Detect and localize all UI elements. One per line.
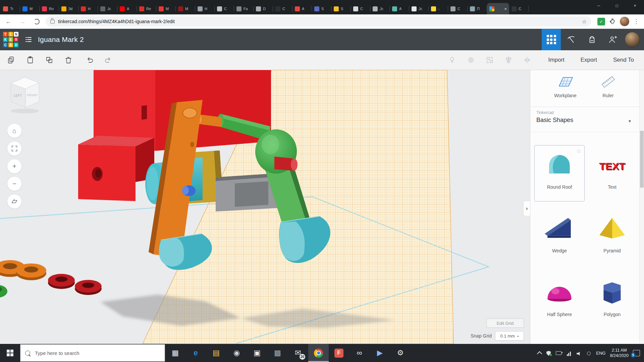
refresh-button[interactable] — [31, 16, 42, 27]
shape-tile-wedge[interactable]: Wedge — [534, 209, 585, 265]
extensions-puzzle-icon[interactable] — [609, 18, 616, 25]
obs-app-icon[interactable]: ∞ — [349, 344, 370, 362]
tray-expand-icon[interactable] — [537, 351, 542, 356]
edge-taskbar-icon[interactable]: e — [185, 344, 206, 362]
ring-parts[interactable] — [0, 260, 102, 298]
settings-icon[interactable]: ⚙ — [390, 344, 411, 362]
address-bar[interactable]: tinkercad.com/things/4MZ4Ka4hDd1-iguana-… — [46, 16, 591, 26]
start-button[interactable] — [0, 344, 20, 362]
file-explorer-icon[interactable]: ▤ — [206, 344, 226, 362]
browser-tab[interactable]: M — [20, 3, 40, 14]
minimize-button[interactable]: ─ — [590, 0, 608, 11]
zoom-out-button[interactable]: − — [7, 176, 22, 191]
browser-tab[interactable]: C — [215, 3, 234, 14]
import-button[interactable]: Import — [548, 57, 565, 63]
shape-tile-pyramid[interactable]: Pyramid — [587, 209, 637, 265]
browser-menu-icon[interactable]: ⋮ — [633, 18, 639, 25]
bookmark-star-icon[interactable]: ☆ — [582, 18, 587, 25]
group-icon[interactable] — [485, 55, 495, 65]
close-button[interactable]: × — [626, 0, 644, 11]
user-avatar[interactable] — [625, 32, 640, 47]
viewcube-left-label[interactable]: LEFT — [14, 94, 22, 98]
action-center-icon[interactable]: 5 — [633, 350, 640, 356]
extension-check-icon[interactable]: ✓ — [597, 18, 605, 25]
network-icon[interactable] — [566, 350, 572, 356]
paste-icon[interactable] — [25, 55, 35, 65]
align-icon[interactable] — [503, 55, 514, 65]
taskbar-search[interactable] — [20, 344, 165, 362]
delete-icon[interactable] — [63, 55, 73, 65]
show-all-icon[interactable] — [447, 55, 457, 65]
view-cube[interactable]: LEFT FRONT — [7, 73, 44, 114]
send-to-button[interactable]: Send To — [613, 57, 634, 63]
browser-tab[interactable]: 3d — [59, 3, 78, 14]
back-button[interactable]: ← — [3, 16, 14, 27]
pen-settings-icon[interactable] — [586, 350, 592, 356]
game-app-icon[interactable]: ▩ — [267, 344, 288, 362]
browser-tab-active[interactable]: × — [487, 3, 509, 14]
browser-tab[interactable]: C — [448, 3, 468, 14]
browser-tab[interactable]: Jc — [98, 3, 117, 14]
duplicate-icon[interactable] — [44, 55, 54, 65]
volume-icon[interactable] — [576, 350, 582, 356]
steam-icon[interactable]: ◉ — [226, 344, 247, 362]
security-shield-icon[interactable] — [546, 350, 551, 356]
shape-tile-half-sphere[interactable]: Half Sphere — [534, 273, 585, 329]
movies-app-icon[interactable]: ▶ — [370, 344, 390, 362]
browser-tab[interactable]: H — [78, 3, 98, 14]
forward-button[interactable]: → — [17, 16, 28, 27]
browser-tab[interactable]: - — [429, 3, 448, 14]
shape-tile-polygon[interactable]: Polygon — [587, 273, 637, 329]
browser-tab[interactable]: Ro — [40, 3, 59, 14]
shape-library-select[interactable]: Tinkercad Basic Shapes ▾ — [530, 107, 640, 132]
3d-viewport[interactable] — [0, 70, 530, 344]
workplane-tool[interactable]: Workplane — [554, 75, 577, 98]
browser-tab[interactable]: A — [292, 3, 312, 14]
browser-tab[interactable]: S — [312, 3, 331, 14]
tab-close-icon[interactable]: × — [504, 6, 507, 11]
chrome-taskbar-icon[interactable] — [308, 344, 329, 362]
maximize-button[interactable]: □ — [608, 0, 626, 11]
snap-grid-select[interactable]: 0.1 mm ▴ — [495, 331, 524, 341]
shape-tile-text[interactable]: TEXT TEXT Text — [587, 145, 637, 201]
panel-scrollbar[interactable] — [639, 70, 644, 343]
browser-tab[interactable]: Tr — [1, 3, 20, 14]
edit-grid-button[interactable]: Edit Grid — [486, 318, 524, 328]
browser-tab[interactable]: H — [195, 3, 215, 14]
browser-tab[interactable]: П — [468, 3, 487, 14]
design-menu-icon[interactable] — [24, 36, 33, 44]
taskbar-clock[interactable]: 2:11 AM 8/24/2020 — [610, 348, 629, 359]
language-indicator[interactable]: ENG — [596, 351, 605, 356]
undo-icon[interactable] — [85, 55, 95, 65]
home-view-button[interactable]: ⌂ — [7, 123, 22, 138]
collapse-panel-button[interactable]: › — [523, 201, 530, 216]
shape-tile-round-roof[interactable]: ☆ Round Roof — [534, 145, 585, 201]
search-input[interactable] — [34, 350, 150, 356]
3d-canvas[interactable]: LEFT FRONT ⌂ + − › Edit Grid Snap Grid 0… — [0, 70, 530, 344]
browser-tab[interactable]: A — [390, 3, 409, 14]
add-user-icon[interactable] — [602, 29, 623, 50]
browser-tab[interactable]: A — [117, 3, 137, 14]
browser-tab[interactable]: Jc — [370, 3, 390, 14]
mail-icon[interactable]: ✉20 — [288, 344, 308, 362]
browser-tab[interactable]: D — [254, 3, 273, 14]
design-title[interactable]: Iguana Mark 2 — [38, 36, 84, 44]
copy-icon[interactable] — [6, 55, 16, 65]
export-button[interactable]: Export — [581, 57, 597, 63]
browser-tab[interactable]: Re — [137, 3, 156, 14]
minecraft-pickaxe-icon[interactable] — [561, 29, 582, 50]
store-icon[interactable]: ▣ — [247, 344, 267, 362]
task-view-icon[interactable]: ▦ — [165, 344, 185, 362]
battery-icon[interactable] — [556, 350, 561, 356]
hole-icon[interactable] — [466, 55, 476, 65]
browser-profile-avatar[interactable] — [620, 17, 629, 26]
zoom-in-button[interactable]: + — [7, 159, 22, 174]
fit-view-button[interactable] — [7, 141, 22, 156]
dashboard-grid-button[interactable] — [542, 29, 561, 50]
browser-tab[interactable]: C — [273, 3, 292, 14]
browser-tab[interactable]: M — [176, 3, 195, 14]
mirror-icon[interactable] — [522, 55, 532, 65]
backpack-icon[interactable] — [582, 29, 602, 50]
viewcube-front-label[interactable]: FRONT — [27, 93, 38, 97]
scrollbar-thumb[interactable] — [640, 131, 644, 188]
